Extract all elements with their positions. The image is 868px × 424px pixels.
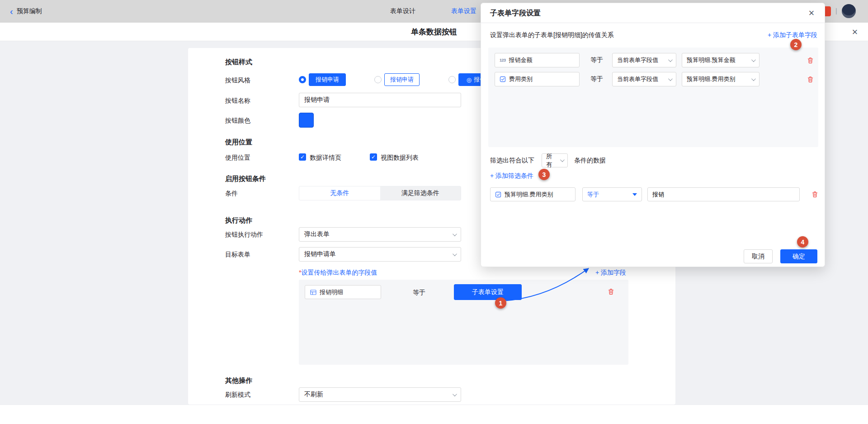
tab-form-design[interactable]: 表单设计 xyxy=(390,0,415,23)
delete-mapping-row-icon[interactable] xyxy=(807,76,814,83)
radio-style-outline[interactable] xyxy=(374,76,382,83)
filter-field-input[interactable]: 预算明细.费用类别 xyxy=(490,187,576,201)
subform-field-input[interactable]: 报销明细 xyxy=(305,285,381,299)
mapping-field-input[interactable]: 123 报销金额 xyxy=(495,53,580,67)
relation-equals: 等于 xyxy=(413,289,425,297)
delete-mapping-row-icon[interactable] xyxy=(807,57,814,64)
refresh-mode-value: 不刷新 xyxy=(304,391,323,399)
label-button-color: 按钮颜色 xyxy=(225,117,250,125)
tab-form-settings-label: 表单设置 xyxy=(451,7,476,15)
check-icon: ✓ xyxy=(300,154,305,160)
filter-operator-value: 等于 xyxy=(587,191,599,199)
label-exec-action: 按钮执行动作 xyxy=(225,231,263,239)
separator: | xyxy=(835,7,837,14)
style-preview-solid[interactable]: 报销申请 xyxy=(309,73,346,86)
subtable-icon xyxy=(310,289,316,295)
filter-match-value: 所有 xyxy=(546,152,557,169)
add-subform-field-link[interactable]: + 添加子表单字段 xyxy=(768,31,817,39)
segment-no-condition[interactable]: 无条件 xyxy=(299,186,380,200)
chevron-down-icon xyxy=(751,76,756,81)
field-note-text: 设置传给弹出表单的字段值 xyxy=(301,269,377,276)
subform-field-value: 报销明细 xyxy=(320,288,343,296)
refresh-mode-select[interactable]: 不刷新 xyxy=(299,387,461,402)
checkbox-detail-page[interactable]: ✓ xyxy=(299,153,306,161)
page-close-icon[interactable]: × xyxy=(849,27,860,38)
tab-form-settings[interactable]: 表单设置 xyxy=(451,0,476,23)
mapping-source-select[interactable]: 当前表单字段值 xyxy=(612,53,676,67)
subform-field-settings-modal: 子表单字段设置 × 设置弹出表单的子表单[报销明细]的传值关系 + 添加子表单字… xyxy=(481,3,825,267)
mapping-row: 费用类别 等于 当前表单字段值 预算明细.费用类别 xyxy=(495,72,814,86)
label-button-style: 按钮风格 xyxy=(225,76,250,85)
section-button-style: 按钮样式 xyxy=(225,58,252,67)
add-filter-link[interactable]: + 添加筛选条件 xyxy=(490,172,533,180)
delete-field-row-icon[interactable] xyxy=(608,288,614,295)
annotation-badge-2: 2 xyxy=(790,39,802,50)
mapping-source-select[interactable]: 当前表单字段值 xyxy=(612,72,676,86)
back-label: 预算编制 xyxy=(17,7,42,15)
number-field-icon: 123 xyxy=(500,58,506,62)
button-color-swatch[interactable] xyxy=(299,113,314,128)
condition-segmented: 无条件 满足筛选条件 xyxy=(299,186,461,200)
select-field-icon xyxy=(500,76,506,82)
modal-cancel-button[interactable]: 取消 xyxy=(744,249,773,263)
relation-equals: 等于 xyxy=(590,56,603,64)
mapping-field-value: 费用类别 xyxy=(509,75,533,83)
mapping-value-select[interactable]: 预算明细.费用类别 xyxy=(682,72,760,86)
annotation-badge-4: 4 xyxy=(797,236,808,248)
mapping-row: 123 报销金额 等于 当前表单字段值 预算明细.预算金额 xyxy=(495,53,814,67)
chevron-down-icon xyxy=(453,232,457,236)
section-action: 执行动作 xyxy=(225,216,252,225)
back-button[interactable]: ‹ 预算编制 xyxy=(10,0,42,23)
chevron-down-icon xyxy=(453,392,457,396)
mapping-source-value: 当前表单字段值 xyxy=(617,75,658,83)
chevron-down-icon xyxy=(453,252,457,256)
chevron-down-icon xyxy=(751,57,756,62)
section-enable-condition: 启用按钮条件 xyxy=(225,175,266,183)
tab-form-design-label: 表单设计 xyxy=(390,7,415,15)
modal-description: 设置弹出表单的子表单[报销明细]的传值关系 xyxy=(490,31,614,39)
checkbox-detail-page-label[interactable]: 数据详情页 xyxy=(310,154,341,162)
modal-close-icon[interactable]: × xyxy=(806,7,817,19)
exec-action-value: 弹出表单 xyxy=(304,230,330,238)
target-form-select[interactable]: 报销申请单 xyxy=(299,247,461,262)
target-icon: ◎ xyxy=(467,76,472,83)
checkbox-view-list[interactable]: ✓ xyxy=(370,153,377,161)
delete-filter-row-icon[interactable] xyxy=(811,191,818,198)
modal-header: 子表单字段设置 × xyxy=(481,3,825,23)
section-usage: 使用位置 xyxy=(225,138,252,147)
section-other: 其他操作 xyxy=(225,376,252,385)
filter-value-input[interactable] xyxy=(647,187,800,201)
radio-style-solid[interactable] xyxy=(299,76,306,83)
label-refresh-mode: 刷新模式 xyxy=(225,391,250,399)
back-chevron-icon: ‹ xyxy=(10,7,13,16)
checkbox-view-list-label[interactable]: 视图数据列表 xyxy=(381,154,419,162)
annotation-badge-1: 1 xyxy=(495,297,506,309)
mapping-value-select[interactable]: 预算明细.预算金额 xyxy=(682,53,760,67)
mapping-value-value: 预算明细.费用类别 xyxy=(687,75,736,83)
label-condition: 条件 xyxy=(225,190,238,198)
avatar[interactable] xyxy=(842,4,856,18)
relation-equals: 等于 xyxy=(590,75,603,83)
filter-match-select[interactable]: 所有 xyxy=(542,153,568,167)
filter-operator-select[interactable]: 等于 xyxy=(582,187,642,201)
modal-title: 子表单字段设置 xyxy=(490,3,541,23)
select-field-icon xyxy=(495,191,501,198)
mapping-field-value: 报销金额 xyxy=(509,56,533,64)
annotation-badge-3: 3 xyxy=(538,169,550,180)
caret-down-icon xyxy=(632,193,637,196)
field-note: *设置传给弹出表单的字段值 xyxy=(299,269,377,277)
label-usage: 使用位置 xyxy=(225,154,250,162)
chevron-down-icon xyxy=(560,157,565,162)
footer-bar: 保存 取消 xyxy=(0,405,868,424)
filter-condition-line: 筛选出符合以下 所有 条件的数据 xyxy=(490,153,606,167)
mapping-field-input[interactable]: 费用类别 xyxy=(495,72,580,86)
radio-style-icon[interactable] xyxy=(448,76,456,83)
annotation-arrow xyxy=(493,260,601,310)
style-preview-outline[interactable]: 报销申请 xyxy=(384,73,420,86)
mapping-source-value: 当前表单字段值 xyxy=(617,56,658,64)
button-name-input[interactable] xyxy=(299,93,461,107)
modal-confirm-button[interactable]: 确定 xyxy=(780,249,817,263)
exec-action-select[interactable]: 弹出表单 xyxy=(299,227,461,242)
segment-filter-condition[interactable]: 满足筛选条件 xyxy=(380,186,461,200)
filter-suffix: 条件的数据 xyxy=(574,157,606,165)
